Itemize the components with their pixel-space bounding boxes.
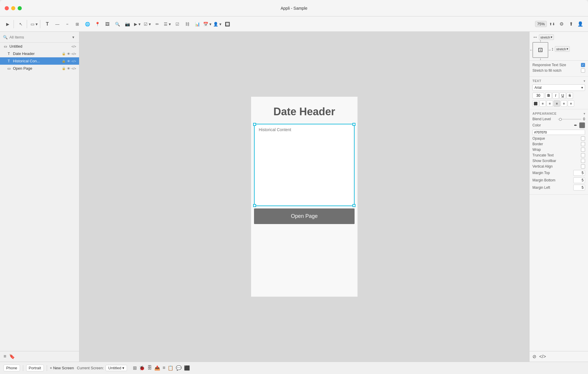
responsive-text-checkbox[interactable]: [581, 63, 585, 67]
align-justify-button[interactable]: ≡: [561, 100, 567, 107]
media-tool[interactable]: ▶ ▾: [133, 20, 141, 28]
action-tool[interactable]: 🔲: [223, 20, 231, 28]
margin-top-input[interactable]: [573, 170, 585, 176]
screen-name-selector[interactable]: Untitled ▾: [106, 365, 127, 371]
database-icon[interactable]: 🗄: [147, 365, 152, 371]
code-icon[interactable]: </>: [71, 59, 76, 63]
eye-icon[interactable]: 👁: [67, 52, 70, 56]
code-icon[interactable]: </>: [71, 67, 76, 70]
search-input[interactable]: [9, 35, 69, 39]
zoom-arrows[interactable]: ⬆⬇: [548, 20, 556, 28]
upload-icon[interactable]: ⬆: [567, 20, 575, 28]
lock-icon[interactable]: 🔒: [62, 59, 66, 63]
selection-handle-tr[interactable]: [353, 123, 355, 126]
align-left-button[interactable]: ≡: [539, 100, 546, 107]
calendar-tool[interactable]: 📅 ▾: [203, 20, 211, 28]
sidebar-item-date-header[interactable]: T Date Header 🔒 👁 </>: [0, 50, 79, 57]
phone-button[interactable]: Phone: [4, 365, 20, 371]
bookmark-icon[interactable]: 🔖: [9, 354, 15, 359]
image-tool[interactable]: 🖼: [103, 20, 111, 28]
line-tool[interactable]: —: [53, 20, 61, 28]
screen-dropdown-arrow[interactable]: ▾: [122, 366, 124, 370]
color-swatch[interactable]: [579, 122, 585, 128]
search-tool[interactable]: 🔍: [113, 20, 121, 28]
color-hex-input[interactable]: [532, 130, 585, 135]
play-button[interactable]: ▶: [4, 20, 12, 28]
code-icon[interactable]: </>: [71, 52, 76, 56]
export-icon[interactable]: 📤: [154, 365, 160, 371]
code-icon[interactable]: </>: [71, 45, 76, 48]
sidebar-item-open-page[interactable]: ▭ Open Page 🔒 👁 </>: [0, 65, 79, 72]
grid-icon[interactable]: ⊞: [133, 365, 137, 371]
account-icon[interactable]: 👤: [576, 20, 584, 28]
stretch-v-dropdown[interactable]: stretch ▾: [555, 46, 570, 52]
scrollbar-checkbox[interactable]: [581, 159, 585, 163]
eye-icon[interactable]: 👁: [67, 67, 70, 70]
cursor-tool[interactable]: ↖: [17, 20, 25, 28]
vertical-align-checkbox[interactable]: [581, 164, 585, 168]
minimize-button[interactable]: [11, 6, 15, 10]
close-button[interactable]: [5, 6, 9, 10]
align-right-button[interactable]: ≡: [547, 100, 553, 107]
checkbox-tool[interactable]: ☑: [173, 20, 181, 28]
underline-button[interactable]: U: [559, 92, 566, 99]
chat-icon[interactable]: 💬: [176, 365, 182, 371]
edit-tool[interactable]: ✏: [153, 20, 161, 28]
code-view-icon[interactable]: </>: [539, 354, 546, 359]
border-checkbox[interactable]: [581, 142, 585, 146]
chart-tool[interactable]: 📊: [193, 20, 201, 28]
list-view-icon[interactable]: ≡: [4, 354, 6, 359]
current-screen-row: Current Screen: Untitled ▾: [77, 365, 127, 371]
link-tool[interactable]: ⛓: [183, 20, 191, 28]
font-select[interactable]: Arial ▾: [532, 84, 585, 91]
portrait-button[interactable]: Portrait: [26, 365, 44, 371]
truncate-checkbox[interactable]: [581, 153, 585, 157]
lock-icon[interactable]: 🔒: [62, 52, 66, 56]
margin-left-input[interactable]: [573, 185, 585, 191]
map-pin-tool[interactable]: 📍: [93, 20, 101, 28]
settings-icon[interactable]: ⚙: [557, 20, 566, 28]
list-icon[interactable]: ≡: [163, 365, 165, 371]
lock-icon[interactable]: 🔒: [62, 66, 66, 70]
align-left-left-button[interactable]: ⬛: [532, 100, 539, 107]
bold-button[interactable]: B: [545, 92, 552, 99]
rectangle-tool[interactable]: ▭ ▾: [30, 20, 38, 28]
open-page-button[interactable]: Open Page: [254, 208, 355, 224]
globe-tool[interactable]: 🌐: [83, 20, 91, 28]
selection-handle-br[interactable]: [353, 204, 355, 207]
maximize-button[interactable]: [18, 6, 22, 10]
sidebar-dropdown[interactable]: ▾: [70, 34, 76, 40]
text-section-arrow[interactable]: ▾: [584, 79, 585, 83]
bug-icon[interactable]: 🐞: [139, 365, 145, 371]
disable-icon[interactable]: ⊘: [532, 354, 536, 359]
divider-tool[interactable]: ═: [63, 20, 71, 28]
align-distributed-button[interactable]: ≡: [568, 100, 574, 107]
selection-handle-bl[interactable]: [253, 204, 256, 207]
sidebar-item-untitled[interactable]: ▭ Untitled </>: [0, 43, 79, 50]
wrap-checkbox[interactable]: [581, 148, 585, 152]
align-center-button[interactable]: ≡: [554, 100, 560, 107]
font-size-input[interactable]: [532, 93, 544, 98]
new-screen-button[interactable]: + New Screen: [50, 366, 74, 370]
historical-content-wrapper[interactable]: Historical Content: [254, 124, 355, 206]
zoom-label[interactable]: 75%: [535, 21, 547, 27]
publish-icon[interactable]: 📋: [168, 365, 173, 371]
blend-slider[interactable]: [558, 119, 581, 120]
preview-icon[interactable]: ⬛: [184, 365, 190, 371]
strikethrough-button[interactable]: S: [567, 92, 573, 99]
user-tool[interactable]: 👤 ▾: [213, 20, 221, 28]
sidebar-item-historical[interactable]: T Historical Con... 🔒 👁 </>: [0, 57, 79, 65]
eye-icon[interactable]: 👁: [67, 59, 70, 63]
table-tool[interactable]: ⊞: [73, 20, 81, 28]
opaque-checkbox[interactable]: [581, 136, 585, 141]
list-tool[interactable]: ☰ ▾: [163, 20, 171, 28]
appearance-arrow[interactable]: ▾: [584, 112, 585, 115]
margin-bottom-input[interactable]: [573, 177, 585, 183]
camera-tool[interactable]: 📷: [123, 20, 131, 28]
stretch-fill-checkbox[interactable]: [581, 69, 585, 73]
text-tool[interactable]: T: [43, 20, 51, 28]
eyedropper-icon[interactable]: ✒: [574, 123, 577, 128]
selection-handle-tl[interactable]: [253, 123, 256, 126]
form-tool[interactable]: ☑ ▾: [143, 20, 151, 28]
italic-button[interactable]: I: [552, 92, 559, 99]
